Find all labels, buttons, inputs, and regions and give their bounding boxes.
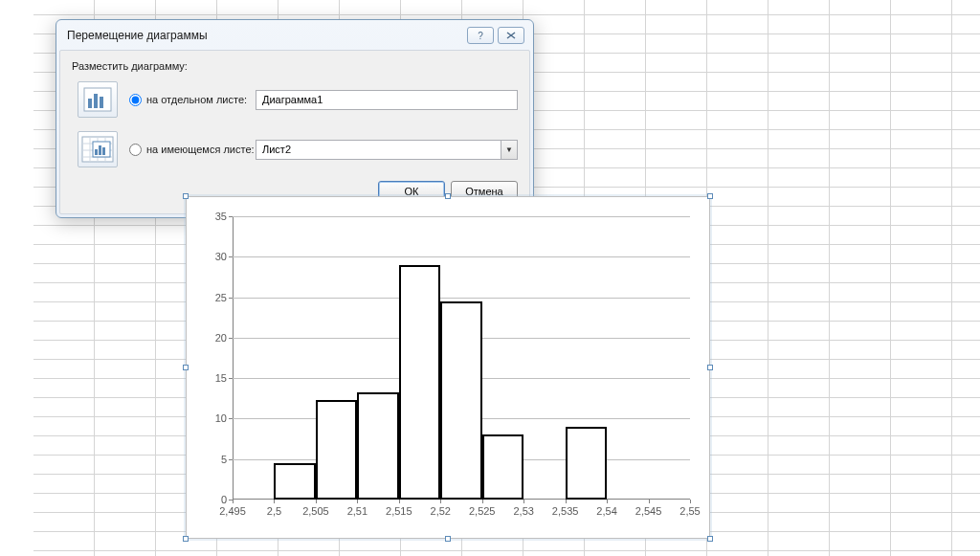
- svg-rect-2: [94, 94, 98, 108]
- grid-line: [233, 216, 690, 217]
- resize-handle[interactable]: [183, 365, 189, 370]
- y-axis: [233, 216, 234, 500]
- histogram-bar[interactable]: [399, 265, 440, 500]
- resize-handle[interactable]: [445, 536, 451, 542]
- histogram-bar[interactable]: [274, 463, 315, 500]
- x-tick: [399, 500, 400, 503]
- resize-handle[interactable]: [445, 193, 451, 199]
- y-tick: [229, 256, 233, 257]
- option-existing-sheet[interactable]: на имеющемся листе:: [129, 144, 256, 156]
- x-tick: [482, 500, 483, 503]
- combo-dropdown-button[interactable]: ▼: [501, 140, 518, 160]
- grid-line: [233, 256, 690, 257]
- y-tick: [229, 216, 233, 217]
- y-tick: [229, 338, 233, 339]
- y-tick-label: 20: [204, 332, 227, 344]
- plot-area: 051015202530352,4952,52,5052,512,5152,52…: [233, 216, 690, 500]
- move-chart-dialog: Перемещение диаграммы ? Разместить диагр…: [56, 19, 534, 218]
- x-tick: [690, 500, 691, 503]
- chart-object-icon: [81, 136, 114, 163]
- x-tick: [607, 500, 608, 503]
- x-tick: [357, 500, 358, 503]
- svg-rect-13: [99, 145, 101, 155]
- y-tick-label: 25: [204, 292, 227, 303]
- y-tick-label: 5: [204, 454, 227, 465]
- close-button[interactable]: [498, 27, 524, 44]
- x-tick: [566, 500, 567, 503]
- radio-new-sheet-label: на отдельном листе:: [146, 94, 247, 105]
- radio-existing-sheet-label: на имеющемся листе:: [146, 144, 255, 155]
- x-tick-label: 2,5: [267, 505, 281, 517]
- x-tick: [649, 500, 650, 503]
- y-tick: [229, 418, 233, 419]
- dialog-titlebar[interactable]: Перемещение диаграммы ?: [57, 21, 532, 48]
- x-tick-label: 2,53: [513, 505, 533, 517]
- embedded-chart[interactable]: 051015202530352,4952,52,5052,512,5152,52…: [186, 196, 710, 539]
- option-new-sheet-row: на отдельном листе:: [72, 81, 518, 118]
- y-tick: [229, 459, 233, 460]
- resize-handle[interactable]: [183, 193, 189, 199]
- y-tick-label: 15: [204, 372, 227, 384]
- existing-sheet-icon: [78, 131, 118, 167]
- x-tick: [274, 500, 275, 503]
- help-icon: ?: [478, 31, 483, 41]
- y-tick-label: 10: [204, 412, 227, 424]
- svg-rect-12: [95, 149, 98, 155]
- grid-line: [233, 298, 690, 299]
- radio-new-sheet[interactable]: [129, 94, 142, 106]
- x-tick-label: 2,545: [635, 505, 662, 517]
- existing-sheet-combo[interactable]: ▼: [256, 140, 518, 160]
- x-tick-label: 2,51: [347, 505, 368, 517]
- y-tick: [229, 298, 233, 299]
- y-tick-label: 30: [204, 251, 227, 262]
- x-tick-label: 2,515: [386, 505, 412, 517]
- x-tick-label: 2,55: [679, 505, 700, 517]
- x-tick-label: 2,52: [431, 505, 451, 517]
- x-tick-label: 2,505: [302, 505, 329, 517]
- dialog-body: Разместить диаграмму: на отдельном листе…: [59, 50, 530, 214]
- x-tick: [233, 500, 234, 503]
- existing-sheet-input[interactable]: [256, 140, 501, 160]
- histogram-bar[interactable]: [482, 434, 523, 500]
- y-tick: [229, 378, 233, 379]
- help-button[interactable]: ?: [467, 27, 494, 44]
- histogram-bar[interactable]: [357, 392, 398, 500]
- resize-handle[interactable]: [707, 365, 713, 370]
- resize-handle[interactable]: [707, 193, 713, 199]
- resize-handle[interactable]: [183, 536, 189, 542]
- radio-existing-sheet[interactable]: [129, 144, 142, 156]
- x-tick-label: 2,495: [219, 505, 246, 517]
- option-new-sheet[interactable]: на отдельном листе:: [129, 94, 256, 106]
- new-sheet-name-input[interactable]: [256, 90, 518, 110]
- y-tick-label: 0: [204, 494, 227, 505]
- resize-handle[interactable]: [707, 536, 713, 542]
- chevron-down-icon: ▼: [505, 145, 513, 154]
- x-tick: [523, 500, 524, 503]
- svg-rect-14: [102, 147, 105, 155]
- section-label: Разместить диаграмму:: [72, 60, 518, 72]
- x-tick-label: 2,525: [469, 505, 496, 517]
- left-margin: [0, 0, 33, 556]
- x-tick: [316, 500, 317, 503]
- histogram-bar[interactable]: [316, 400, 357, 500]
- x-tick: [440, 500, 441, 503]
- new-sheet-icon: [78, 81, 118, 118]
- close-icon: [506, 32, 516, 39]
- dialog-title: Перемещение диаграммы: [67, 29, 463, 42]
- svg-rect-1: [88, 99, 92, 108]
- x-tick-label: 2,535: [552, 505, 579, 517]
- histogram-bar[interactable]: [566, 427, 607, 500]
- x-tick-label: 2,54: [596, 505, 616, 517]
- y-tick-label: 35: [204, 211, 227, 222]
- option-existing-sheet-row: на имеющемся листе: ▼: [72, 131, 518, 167]
- svg-rect-3: [100, 97, 103, 108]
- chart-sheet-icon: [83, 87, 112, 112]
- histogram-bar[interactable]: [440, 301, 481, 500]
